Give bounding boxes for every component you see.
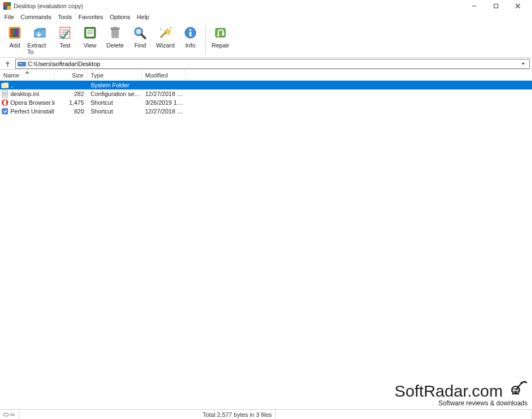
file-size: 282	[55, 91, 87, 97]
address-combo[interactable]: C:\Users\softradar\Desktop	[15, 59, 530, 69]
svg-rect-1	[7, 2, 11, 6]
svg-point-38	[217, 34, 219, 37]
svg-rect-5	[494, 4, 498, 8]
svg-point-33	[160, 29, 162, 30]
file-type: Configuration setti...	[87, 91, 142, 97]
ini-icon	[1, 90, 9, 98]
svg-rect-10	[13, 28, 15, 37]
statusbar: Total 2,577 bytes in 3 files	[0, 409, 532, 419]
column-header-modified[interactable]: Modified	[142, 70, 186, 80]
titlebar: Desktop (evaluation copy)	[0, 0, 532, 12]
svg-point-44	[4, 93, 5, 94]
column-header-name[interactable]: Name	[0, 70, 55, 80]
file-type: Shortcut	[87, 108, 142, 115]
extract-button[interactable]: Extract To	[27, 23, 52, 56]
menu-file[interactable]: File	[1, 13, 17, 21]
file-row[interactable]: Opera Browser.lnk1,475Shortcut3/26/2019 …	[0, 98, 532, 107]
up-button[interactable]	[2, 59, 13, 69]
opera-icon	[1, 99, 9, 106]
address-bar: C:\Users\softradar\Desktop	[0, 58, 532, 70]
toolbar-label: Info	[186, 42, 195, 49]
toolbar-label: Test	[59, 42, 70, 49]
column-header-type[interactable]: Type	[87, 70, 142, 80]
file-row[interactable]: desktop.ini282Configuration setti...12/2…	[0, 89, 532, 98]
svg-point-46	[4, 100, 7, 105]
svg-rect-0	[3, 2, 7, 6]
svg-rect-23	[111, 28, 119, 29]
key-icon	[10, 412, 15, 417]
svg-rect-24	[113, 27, 117, 28]
wizard-button[interactable]: Wizard	[153, 23, 178, 50]
window-title: Desktop (evaluation copy)	[14, 3, 83, 9]
menu-help[interactable]: Help	[134, 13, 153, 21]
svg-rect-52	[4, 413, 8, 416]
disk-icon	[3, 412, 9, 417]
delete-button[interactable]: Delete	[103, 23, 128, 50]
toolbar-label: Wizard	[156, 42, 175, 49]
svg-rect-36	[189, 32, 191, 37]
menu-commands[interactable]: Commands	[17, 13, 55, 21]
minimize-button[interactable]	[463, 0, 485, 12]
file-modified: 12/27/2018 12:...	[142, 108, 186, 115]
toolbar-label: View	[83, 42, 97, 49]
svg-rect-11	[15, 28, 17, 37]
menu-options[interactable]: Options	[106, 13, 134, 21]
repair-button[interactable]: Repair	[208, 23, 233, 50]
test-icon	[56, 25, 74, 41]
toolbar-label: Repair	[212, 42, 229, 49]
svg-rect-40	[18, 62, 26, 66]
test-button[interactable]: Test	[52, 23, 77, 50]
find-icon	[131, 25, 149, 41]
extract-icon	[31, 25, 49, 41]
svg-rect-12	[17, 28, 19, 37]
add-icon	[6, 25, 23, 41]
drive-icon	[17, 60, 26, 68]
repair-icon	[212, 25, 229, 41]
close-button[interactable]	[507, 0, 529, 12]
add-button[interactable]: Add	[2, 23, 27, 50]
svg-point-29	[136, 29, 141, 34]
file-modified: 12/27/2018 1:3...	[142, 91, 186, 97]
address-dropdown-icon[interactable]	[521, 61, 529, 67]
menu-favorites[interactable]: Favorites	[75, 13, 106, 21]
delete-icon	[106, 25, 124, 41]
uninstall-icon	[1, 107, 9, 115]
toolbar-label: Delete	[106, 42, 124, 49]
view-button[interactable]: View	[77, 23, 103, 50]
wizard-icon	[157, 25, 174, 41]
find-button[interactable]: Find	[128, 23, 153, 50]
toolbar-label: Add	[9, 42, 20, 49]
file-name: Opera Browser.lnk	[10, 99, 55, 106]
svg-rect-9	[10, 28, 13, 37]
toolbar-label: Find	[134, 42, 146, 49]
toolbar: AddExtract ToTestViewDeleteFindWizardInf…	[0, 22, 532, 58]
svg-rect-39	[222, 33, 224, 35]
file-type: Shortcut	[87, 99, 142, 106]
svg-rect-47	[2, 109, 8, 114]
info-button[interactable]: Info	[178, 23, 203, 50]
file-name: desktop.ini	[10, 91, 39, 97]
file-size: 820	[55, 108, 87, 115]
toolbar-separator	[205, 26, 206, 54]
svg-line-30	[141, 34, 145, 38]
status-icons	[0, 410, 19, 419]
svg-point-35	[189, 29, 192, 31]
file-name: ..	[10, 82, 14, 88]
file-name: Perfect Uninstall...	[10, 108, 55, 115]
folder-up-icon	[1, 81, 9, 89]
file-row[interactable]: Perfect Uninstall...820Shortcut12/27/201…	[0, 107, 532, 116]
file-list[interactable]: ..System Folderdesktop.ini282Configurati…	[0, 81, 532, 409]
file-type: System Folder	[87, 82, 142, 88]
menubar: FileCommandsToolsFavoritesOptionsHelp	[0, 12, 532, 22]
svg-point-53	[10, 413, 13, 415]
column-header-size[interactable]: Size	[55, 70, 87, 80]
maximize-button[interactable]	[485, 0, 507, 12]
svg-rect-41	[19, 63, 21, 64]
file-size: 1,475	[55, 99, 87, 106]
column-headers: Name Size Type Modified	[0, 70, 532, 81]
svg-rect-2	[3, 6, 7, 10]
view-icon	[81, 25, 99, 41]
file-modified: 3/26/2019 10:0...	[142, 99, 186, 106]
menu-tools[interactable]: Tools	[55, 13, 75, 21]
file-row[interactable]: ..System Folder	[0, 81, 532, 89]
